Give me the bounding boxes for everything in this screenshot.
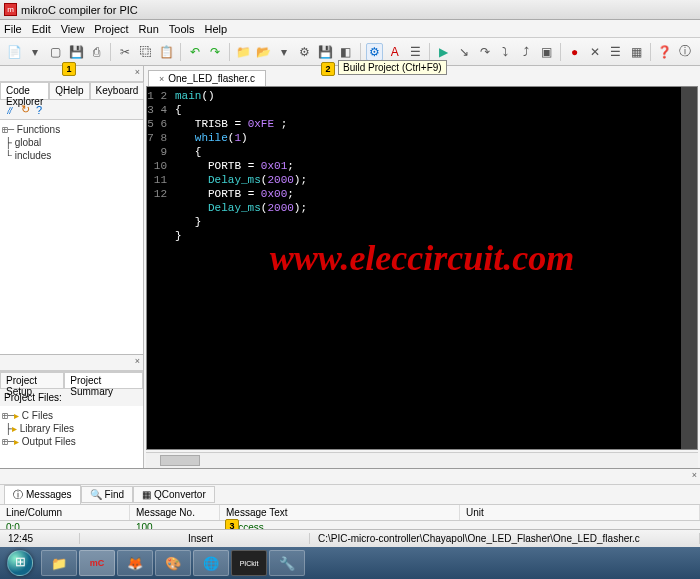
step-out-icon[interactable]: ⤴ [517, 43, 534, 61]
redo-icon[interactable]: ↷ [206, 43, 223, 61]
side-toolbar: ⫽ ↻ ? [0, 100, 143, 120]
main-toolbar: 📄 ▾ ▢ 💾 ⎙ ✂ ⿻ 📋 ↶ ↷ 📁 📂 ▾ ⚙ 💾 ◧ ⚙ Α ☰ ▶ … [0, 38, 700, 66]
breakpoint-icon[interactable]: ● [566, 43, 583, 61]
dropdown-icon[interactable]: ▾ [276, 43, 293, 61]
close-icon[interactable]: × [692, 470, 697, 480]
code-icon[interactable]: ⫽ [4, 104, 15, 116]
refresh-icon[interactable]: ↻ [21, 103, 30, 116]
tree-node: ⊞─▸ Output Files [2, 435, 141, 448]
tab-qhelp[interactable]: QHelp [49, 82, 89, 99]
tab-qconvertor[interactable]: ▦QConvertor [133, 486, 215, 503]
step-icon[interactable]: ↘ [456, 43, 473, 61]
print-icon[interactable]: ⎙ [88, 43, 105, 61]
minimap-bar [681, 87, 697, 449]
tool-icon[interactable]: ▦ [627, 43, 644, 61]
help-icon[interactable]: ? [36, 104, 42, 116]
step-into-icon[interactable]: ⤵ [497, 43, 514, 61]
col-unit[interactable]: Unit [460, 505, 700, 520]
tree-leaf: └ includes [2, 149, 141, 162]
task-eagle[interactable]: 🔧 [269, 550, 305, 576]
file-tab[interactable]: × One_LED_flasher.c [148, 70, 266, 86]
project-close-icon[interactable]: ◧ [337, 43, 354, 61]
title-bar: m mikroC compiler for PIC [0, 0, 700, 20]
tab-find[interactable]: 🔍Find [81, 486, 133, 503]
separator [429, 43, 430, 61]
code-explorer-tree[interactable]: ⊞─ Functions ├ global └ includes [0, 120, 143, 354]
editor-area: × One_LED_flasher.c 1 2 3 4 5 6 7 8 9 10… [144, 66, 700, 468]
open-icon[interactable]: ▢ [47, 43, 64, 61]
explorer-tabs: Code Explorer QHelp Keyboard [0, 82, 143, 100]
list-icon[interactable]: ☰ [607, 43, 624, 61]
messages-header: Line/Column Message No. Message Text Uni… [0, 505, 700, 521]
horizontal-scrollbar[interactable] [146, 452, 698, 468]
callout-2: 2 [321, 62, 335, 76]
separator [110, 43, 111, 61]
debug-icon[interactable]: ▶ [435, 43, 452, 61]
view-asm-icon[interactable]: ☰ [407, 43, 424, 61]
menu-run[interactable]: Run [139, 23, 159, 35]
tab-project-summary[interactable]: Project Summary [64, 372, 143, 388]
scrollbar-thumb[interactable] [160, 455, 200, 466]
main-content-row: × Code Explorer QHelp Keyboard ⫽ ↻ ? ⊞─ … [0, 66, 700, 468]
windows-icon [7, 550, 33, 576]
info-icon: ⓘ [13, 488, 23, 502]
separator [650, 43, 651, 61]
copy-icon[interactable]: ⿻ [137, 43, 154, 61]
close-icon[interactable]: × [159, 74, 164, 84]
stop-icon[interactable]: ▣ [537, 43, 554, 61]
menu-bar: File Edit View Project Run Tools Help [0, 20, 700, 38]
task-gimp[interactable]: 🎨 [155, 550, 191, 576]
lower-side-panel: × Project Setup Project Summary Project … [0, 354, 143, 468]
project-files-tree[interactable]: ⊞─▸ C Files ├▸ Library Files ⊞─▸ Output … [0, 406, 143, 468]
tab-messages[interactable]: ⓘMessages [4, 485, 81, 505]
col-msgno[interactable]: Message No. [130, 505, 220, 520]
menu-view[interactable]: View [61, 23, 85, 35]
step-over-icon[interactable]: ↷ [476, 43, 493, 61]
cut-icon[interactable]: ✂ [116, 43, 133, 61]
project-edit-icon[interactable]: ⚙ [296, 43, 313, 61]
side-pane: × Code Explorer QHelp Keyboard ⫽ ↻ ? ⊞─ … [0, 66, 144, 468]
menu-help[interactable]: Help [204, 23, 227, 35]
close-icon[interactable]: × [135, 67, 140, 77]
tab-keyboard[interactable]: Keyboard [90, 82, 145, 99]
pane-header: × [0, 66, 143, 82]
task-pickit[interactable]: PICkit [231, 550, 267, 576]
code-editor[interactable]: 1 2 3 4 5 6 7 8 9 10 11 12 main() { TRIS… [146, 86, 698, 450]
status-mode: Insert [180, 533, 310, 544]
project-new-icon[interactable]: 📁 [235, 43, 252, 61]
task-chrome[interactable]: 🌐 [193, 550, 229, 576]
tab-project-setup[interactable]: Project Setup [0, 372, 64, 388]
dropdown-icon[interactable]: ▾ [26, 43, 43, 61]
build-icon[interactable]: ⚙ [366, 43, 383, 61]
menu-project[interactable]: Project [94, 23, 128, 35]
task-mikroc[interactable]: mC [79, 550, 115, 576]
col-linecol[interactable]: Line/Column [0, 505, 130, 520]
menu-tools[interactable]: Tools [169, 23, 195, 35]
start-button[interactable] [0, 547, 40, 579]
task-firefox[interactable]: 🦊 [117, 550, 153, 576]
help-icon[interactable]: ❓ [656, 43, 673, 61]
separator [360, 43, 361, 61]
menu-edit[interactable]: Edit [32, 23, 51, 35]
file-tab-label: One_LED_flasher.c [168, 73, 255, 84]
status-path: C:\PIC-micro-controller\Chayapol\One_LED… [310, 533, 700, 544]
window-title: mikroC compiler for PIC [21, 4, 138, 16]
tab-code-explorer[interactable]: Code Explorer [0, 82, 49, 99]
paste-icon[interactable]: 📋 [157, 43, 174, 61]
line-gutter: 1 2 3 4 5 6 7 8 9 10 11 12 [147, 87, 171, 449]
project-open-icon[interactable]: 📂 [255, 43, 272, 61]
info-icon[interactable]: ⓘ [676, 43, 693, 61]
task-explorer[interactable]: 📁 [41, 550, 77, 576]
new-icon[interactable]: 📄 [6, 43, 23, 61]
col-msgtxt[interactable]: Message Text [220, 505, 460, 520]
undo-icon[interactable]: ↶ [186, 43, 203, 61]
status-pos: 12:45 [0, 533, 80, 544]
project-save-icon[interactable]: 💾 [317, 43, 334, 61]
save-icon[interactable]: 💾 [67, 43, 84, 61]
watermark-text: www.eleccircuit.com [270, 237, 575, 279]
compile-icon[interactable]: Α [386, 43, 403, 61]
menu-file[interactable]: File [4, 23, 22, 35]
close-icon[interactable]: × [135, 356, 140, 366]
watch-icon[interactable]: ✕ [586, 43, 603, 61]
search-icon: 🔍 [90, 489, 102, 500]
